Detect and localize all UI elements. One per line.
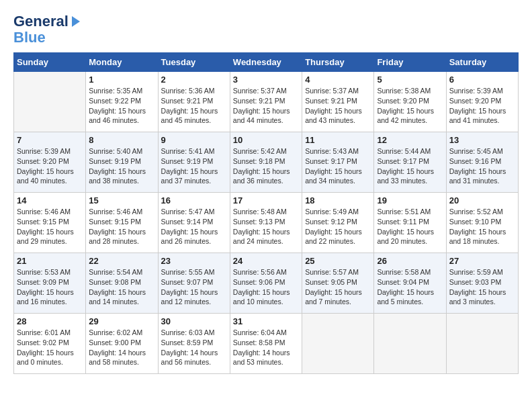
calendar-cell: 5Sunrise: 5:38 AMSunset: 9:20 PMDaylight… xyxy=(374,72,446,132)
cell-info: Sunrise: 5:57 AMSunset: 9:05 PMDaylight:… xyxy=(305,267,371,307)
day-number: 7 xyxy=(17,135,83,145)
cell-info: Sunrise: 5:41 AMSunset: 9:19 PMDaylight:… xyxy=(161,146,227,186)
cell-info: Sunrise: 5:54 AMSunset: 9:08 PMDaylight:… xyxy=(89,267,154,307)
day-number: 16 xyxy=(161,195,227,205)
day-number: 31 xyxy=(233,316,299,326)
day-number: 1 xyxy=(89,75,154,85)
calendar-cell: 1Sunrise: 5:35 AMSunset: 9:22 PMDaylight… xyxy=(86,72,158,132)
cell-info: Sunrise: 6:04 AMSunset: 8:58 PMDaylight:… xyxy=(233,328,299,367)
cell-info: Sunrise: 5:45 AMSunset: 9:16 PMDaylight:… xyxy=(449,146,515,186)
calendar-cell: 20Sunrise: 5:52 AMSunset: 9:10 PMDayligh… xyxy=(446,193,518,253)
cell-info: Sunrise: 5:59 AMSunset: 9:03 PMDaylight:… xyxy=(449,267,515,307)
day-number: 9 xyxy=(161,135,227,145)
cell-info: Sunrise: 5:39 AMSunset: 9:20 PMDaylight:… xyxy=(17,146,83,186)
day-number: 2 xyxy=(161,75,227,85)
calendar-cell: 13Sunrise: 5:45 AMSunset: 9:16 PMDayligh… xyxy=(446,132,518,193)
cell-info: Sunrise: 5:38 AMSunset: 9:20 PMDaylight:… xyxy=(377,86,443,126)
cell-info: Sunrise: 5:53 AMSunset: 9:09 PMDaylight:… xyxy=(17,267,83,307)
cell-info: Sunrise: 6:03 AMSunset: 8:59 PMDaylight:… xyxy=(161,328,227,367)
day-number: 8 xyxy=(89,135,154,145)
day-number: 24 xyxy=(233,256,299,266)
calendar-cell: 19Sunrise: 5:51 AMSunset: 9:11 PMDayligh… xyxy=(374,193,446,253)
cell-info: Sunrise: 5:47 AMSunset: 9:14 PMDaylight:… xyxy=(161,207,227,246)
day-number: 3 xyxy=(233,75,299,85)
calendar-cell: 3Sunrise: 5:37 AMSunset: 9:21 PMDaylight… xyxy=(230,72,302,132)
calendar-cell: 6Sunrise: 5:39 AMSunset: 9:20 PMDaylight… xyxy=(446,72,518,132)
logo: General Blue xyxy=(13,13,80,46)
cell-info: Sunrise: 5:55 AMSunset: 9:07 PMDaylight:… xyxy=(161,267,227,307)
page-header: General Blue xyxy=(13,13,519,46)
calendar-cell: 15Sunrise: 5:46 AMSunset: 9:15 PMDayligh… xyxy=(86,193,158,253)
cell-info: Sunrise: 5:52 AMSunset: 9:10 PMDaylight:… xyxy=(449,207,515,246)
col-header-sunday: Sunday xyxy=(14,53,86,72)
day-number: 17 xyxy=(233,195,299,205)
cell-info: Sunrise: 5:46 AMSunset: 9:15 PMDaylight:… xyxy=(89,207,154,246)
week-row-3: 14Sunrise: 5:46 AMSunset: 9:15 PMDayligh… xyxy=(14,193,519,253)
day-number: 25 xyxy=(305,256,371,266)
calendar-cell: 12Sunrise: 5:44 AMSunset: 9:17 PMDayligh… xyxy=(374,132,446,193)
logo-text-general: General xyxy=(13,13,69,30)
col-header-monday: Monday xyxy=(86,53,158,72)
day-number: 20 xyxy=(449,195,515,205)
cell-info: Sunrise: 5:40 AMSunset: 9:19 PMDaylight:… xyxy=(89,146,154,186)
calendar-cell: 18Sunrise: 5:49 AMSunset: 9:12 PMDayligh… xyxy=(302,193,374,253)
calendar-cell: 24Sunrise: 5:56 AMSunset: 9:06 PMDayligh… xyxy=(230,253,302,314)
calendar-cell: 31Sunrise: 6:04 AMSunset: 8:58 PMDayligh… xyxy=(230,314,302,374)
day-number: 11 xyxy=(305,135,371,145)
day-number: 21 xyxy=(17,256,83,266)
col-header-tuesday: Tuesday xyxy=(158,53,230,72)
day-number: 12 xyxy=(377,135,443,145)
day-number: 10 xyxy=(233,135,299,145)
col-header-wednesday: Wednesday xyxy=(230,53,302,72)
cell-info: Sunrise: 5:39 AMSunset: 9:20 PMDaylight:… xyxy=(449,86,515,126)
day-number: 15 xyxy=(89,195,154,205)
calendar-cell: 25Sunrise: 5:57 AMSunset: 9:05 PMDayligh… xyxy=(302,253,374,314)
calendar-cell: 26Sunrise: 5:58 AMSunset: 9:04 PMDayligh… xyxy=(374,253,446,314)
cell-info: Sunrise: 5:35 AMSunset: 9:22 PMDaylight:… xyxy=(89,86,154,126)
cell-info: Sunrise: 5:36 AMSunset: 9:21 PMDaylight:… xyxy=(161,86,227,126)
calendar-cell: 4Sunrise: 5:37 AMSunset: 9:21 PMDaylight… xyxy=(302,72,374,132)
calendar-cell: 8Sunrise: 5:40 AMSunset: 9:19 PMDaylight… xyxy=(86,132,158,193)
day-number: 27 xyxy=(449,256,515,266)
col-header-friday: Friday xyxy=(374,53,446,72)
calendar-cell: 2Sunrise: 5:36 AMSunset: 9:21 PMDaylight… xyxy=(158,72,230,132)
day-number: 28 xyxy=(17,316,83,326)
logo-text-blue: Blue xyxy=(13,29,46,46)
column-headers: SundayMondayTuesdayWednesdayThursdayFrid… xyxy=(14,53,519,72)
logo-arrow-icon xyxy=(72,16,80,27)
day-number: 26 xyxy=(377,256,443,266)
calendar-cell: 16Sunrise: 5:47 AMSunset: 9:14 PMDayligh… xyxy=(158,193,230,253)
col-header-saturday: Saturday xyxy=(446,53,518,72)
cell-info: Sunrise: 5:44 AMSunset: 9:17 PMDaylight:… xyxy=(377,146,443,186)
calendar-cell xyxy=(14,72,86,132)
calendar-cell: 11Sunrise: 5:43 AMSunset: 9:17 PMDayligh… xyxy=(302,132,374,193)
calendar-cell: 30Sunrise: 6:03 AMSunset: 8:59 PMDayligh… xyxy=(158,314,230,374)
cell-info: Sunrise: 5:42 AMSunset: 9:18 PMDaylight:… xyxy=(233,146,299,186)
calendar-cell: 27Sunrise: 5:59 AMSunset: 9:03 PMDayligh… xyxy=(446,253,518,314)
day-number: 23 xyxy=(161,256,227,266)
day-number: 22 xyxy=(89,256,154,266)
cell-info: Sunrise: 5:43 AMSunset: 9:17 PMDaylight:… xyxy=(305,146,371,186)
week-row-1: 1Sunrise: 5:35 AMSunset: 9:22 PMDaylight… xyxy=(14,72,519,132)
cell-info: Sunrise: 5:49 AMSunset: 9:12 PMDaylight:… xyxy=(305,207,371,246)
calendar-cell: 21Sunrise: 5:53 AMSunset: 9:09 PMDayligh… xyxy=(14,253,86,314)
cell-info: Sunrise: 6:02 AMSunset: 9:00 PMDaylight:… xyxy=(89,328,154,367)
day-number: 18 xyxy=(305,195,371,205)
day-number: 29 xyxy=(89,316,154,326)
week-row-5: 28Sunrise: 6:01 AMSunset: 9:02 PMDayligh… xyxy=(14,314,519,374)
calendar-cell xyxy=(302,314,374,374)
calendar-cell: 10Sunrise: 5:42 AMSunset: 9:18 PMDayligh… xyxy=(230,132,302,193)
day-number: 19 xyxy=(377,195,443,205)
day-number: 30 xyxy=(161,316,227,326)
cell-info: Sunrise: 6:01 AMSunset: 9:02 PMDaylight:… xyxy=(17,328,83,367)
cell-info: Sunrise: 5:37 AMSunset: 9:21 PMDaylight:… xyxy=(233,86,299,126)
day-number: 4 xyxy=(305,75,371,85)
cell-info: Sunrise: 5:51 AMSunset: 9:11 PMDaylight:… xyxy=(377,207,443,246)
calendar-cell: 29Sunrise: 6:02 AMSunset: 9:00 PMDayligh… xyxy=(86,314,158,374)
calendar-cell: 22Sunrise: 5:54 AMSunset: 9:08 PMDayligh… xyxy=(86,253,158,314)
calendar-cell: 17Sunrise: 5:48 AMSunset: 9:13 PMDayligh… xyxy=(230,193,302,253)
week-row-2: 7Sunrise: 5:39 AMSunset: 9:20 PMDaylight… xyxy=(14,132,519,193)
cell-info: Sunrise: 5:56 AMSunset: 9:06 PMDaylight:… xyxy=(233,267,299,307)
calendar-cell xyxy=(446,314,518,374)
calendar-table: SundayMondayTuesdayWednesdayThursdayFrid… xyxy=(13,52,519,374)
